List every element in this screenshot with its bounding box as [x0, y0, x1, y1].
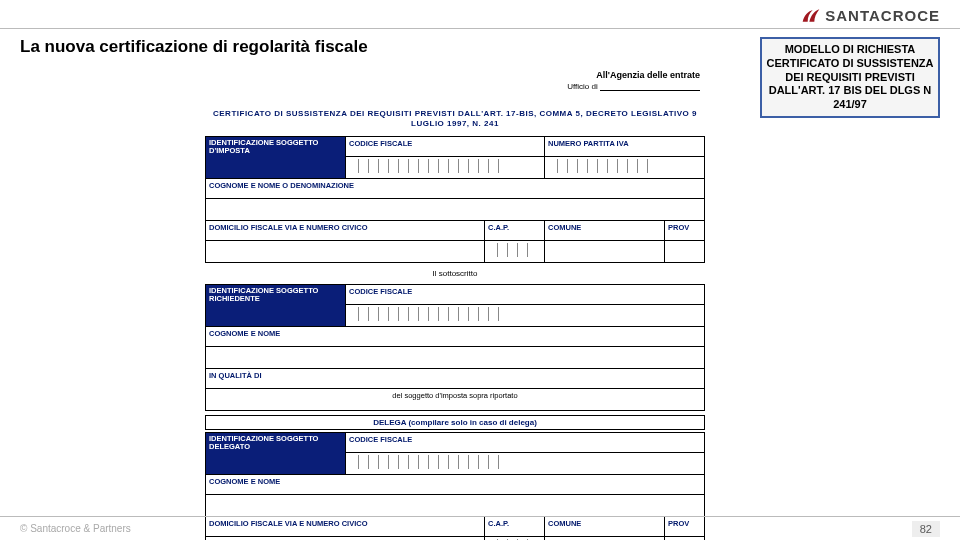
brand-logo: SANTACROCE	[801, 6, 940, 24]
block3-label: IDENTIFICAZIONE SOGGETTO DELEGATO	[206, 432, 346, 474]
footer: © Santacroce & Partners 82	[0, 516, 960, 540]
delega-heading: DELEGA (compilare solo in caso di delega…	[205, 415, 705, 430]
label-comune1: COMUNE	[545, 220, 665, 240]
label-nome2: COGNOME E NOME	[206, 326, 705, 346]
nome3-field	[206, 494, 705, 516]
label-cf: CODICE FISCALE	[346, 136, 545, 156]
block1-label: IDENTIFICAZIONE SOGGETTO D'IMPOSTA	[206, 136, 346, 178]
qualita-suffix: del soggetto d'imposta sopra riportato	[392, 391, 517, 400]
ufficio-line: Ufficio di	[180, 82, 730, 91]
block2-label: IDENTIFICAZIONE SOGGETTO RICHIEDENTE	[206, 284, 346, 326]
page-number: 82	[912, 521, 940, 537]
title-row: La nuova certificazione di regolarità fi…	[20, 37, 740, 57]
cf2-boxes	[346, 304, 705, 326]
certificate-heading: CERTIFICATO DI SUSSISTENZA DEI REQUISITI…	[205, 109, 705, 130]
block-richiedente: IDENTIFICAZIONE SOGGETTO RICHIEDENTE COD…	[205, 284, 705, 411]
block-soggetto-imposta: IDENTIFICAZIONE SOGGETTO D'IMPOSTA CODIC…	[205, 136, 705, 263]
certificate-form: All'Agenzia delle entrate Ufficio di CER…	[180, 60, 730, 500]
label-piva: NUMERO PARTITA IVA	[545, 136, 705, 156]
nome1-field	[206, 198, 705, 220]
label-nome1: COGNOME E NOME O DENOMINAZIONE	[206, 178, 705, 198]
copyright: © Santacroce & Partners	[20, 523, 131, 534]
dom1-field	[206, 240, 485, 262]
piva-boxes	[545, 156, 705, 178]
label-dom1: DOMICILIO FISCALE VIA E NUMERO CIVICO	[206, 220, 485, 240]
label-cf2: CODICE FISCALE	[346, 284, 705, 304]
page-title: La nuova certificazione di regolarità fi…	[20, 37, 740, 57]
label-nome3: COGNOME E NOME	[206, 474, 705, 494]
brand-name: SANTACROCE	[825, 7, 940, 24]
label-qualita: IN QUALITÀ DI	[206, 368, 705, 388]
label-prov1: PROV	[665, 220, 705, 240]
cf-boxes	[346, 156, 545, 178]
recipient-line: All'Agenzia delle entrate	[180, 70, 730, 80]
leaf-icon	[801, 6, 821, 24]
label-cap1: C.A.P.	[485, 220, 545, 240]
nome2-field	[206, 346, 705, 368]
prov1-field	[665, 240, 705, 262]
ufficio-label: Ufficio di	[567, 82, 598, 91]
sottoscritto-line: Il sottoscritto	[180, 269, 730, 278]
cap1-boxes	[485, 240, 545, 262]
header: SANTACROCE	[0, 0, 960, 29]
callout-box: MODELLO DI RICHIESTA CERTIFICATO DI SUSS…	[760, 37, 940, 118]
cf3-boxes	[346, 452, 705, 474]
qualita-field: del soggetto d'imposta sopra riportato	[206, 388, 705, 410]
ufficio-blank	[600, 90, 700, 91]
comune1-field	[545, 240, 665, 262]
label-cf3: CODICE FISCALE	[346, 432, 705, 452]
